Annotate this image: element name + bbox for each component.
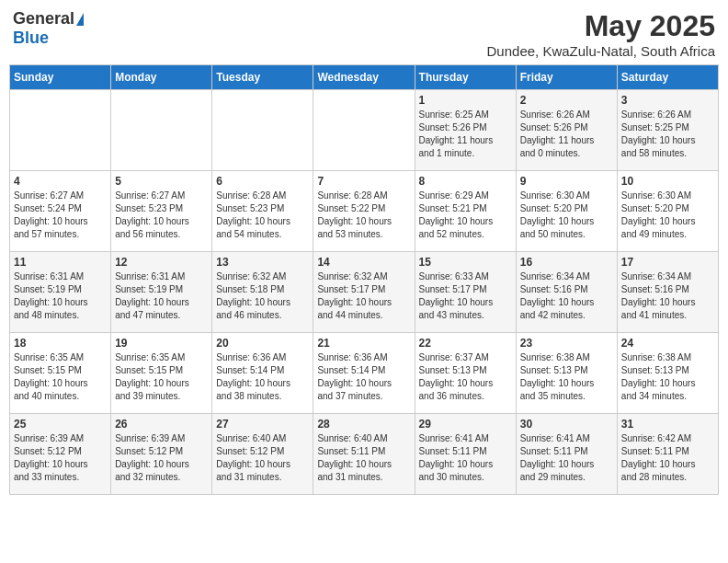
day-number: 27: [216, 418, 309, 431]
logo-triangle-icon: [76, 13, 84, 26]
day-number: 29: [419, 418, 512, 431]
calendar-cell: [111, 90, 212, 171]
day-info: Sunrise: 6:31 AM Sunset: 5:19 PM Dayligh…: [115, 270, 208, 322]
day-info: Sunrise: 6:31 AM Sunset: 5:19 PM Dayligh…: [14, 270, 107, 322]
day-info: Sunrise: 6:40 AM Sunset: 5:12 PM Dayligh…: [216, 432, 309, 484]
day-info: Sunrise: 6:37 AM Sunset: 5:13 PM Dayligh…: [419, 351, 512, 403]
calendar-cell: 24Sunrise: 6:38 AM Sunset: 5:13 PM Dayli…: [617, 333, 718, 414]
day-info: Sunrise: 6:30 AM Sunset: 5:20 PM Dayligh…: [520, 190, 613, 241]
calendar-cell: 31Sunrise: 6:42 AM Sunset: 5:11 PM Dayli…: [617, 414, 718, 495]
day-number: 10: [621, 175, 714, 188]
header-monday: Monday: [111, 65, 212, 90]
calendar-header-row: SundayMondayTuesdayWednesdayThursdayFrid…: [10, 65, 719, 90]
day-number: 31: [621, 418, 714, 431]
day-info: Sunrise: 6:30 AM Sunset: 5:20 PM Dayligh…: [621, 190, 714, 241]
day-number: 4: [14, 175, 107, 188]
day-info: Sunrise: 6:26 AM Sunset: 5:25 PM Dayligh…: [621, 109, 714, 160]
day-number: 15: [419, 256, 512, 269]
calendar-cell: [212, 90, 313, 171]
calendar-title: May 2025: [487, 9, 715, 43]
calendar-cell: 10Sunrise: 6:30 AM Sunset: 5:20 PM Dayli…: [617, 171, 718, 252]
header-wednesday: Wednesday: [313, 65, 415, 90]
day-number: 2: [520, 94, 613, 107]
calendar-cell: 16Sunrise: 6:34 AM Sunset: 5:16 PM Dayli…: [516, 252, 617, 333]
week-row-4: 18Sunrise: 6:35 AM Sunset: 5:15 PM Dayli…: [10, 333, 719, 414]
day-info: Sunrise: 6:29 AM Sunset: 5:21 PM Dayligh…: [419, 190, 512, 241]
day-number: 8: [419, 175, 512, 188]
calendar-cell: 26Sunrise: 6:39 AM Sunset: 5:12 PM Dayli…: [111, 414, 212, 495]
calendar-cell: 20Sunrise: 6:36 AM Sunset: 5:14 PM Dayli…: [212, 333, 313, 414]
calendar-cell: 11Sunrise: 6:31 AM Sunset: 5:19 PM Dayli…: [10, 252, 111, 333]
logo-general-text: General: [13, 9, 74, 29]
calendar-cell: [313, 90, 415, 171]
header-tuesday: Tuesday: [212, 65, 313, 90]
calendar-cell: 9Sunrise: 6:30 AM Sunset: 5:20 PM Daylig…: [516, 171, 617, 252]
day-number: 22: [419, 337, 512, 350]
header-friday: Friday: [516, 65, 617, 90]
header: General Blue May 2025 Dundee, KwaZulu-Na…: [9, 9, 719, 59]
day-info: Sunrise: 6:35 AM Sunset: 5:15 PM Dayligh…: [14, 351, 107, 403]
day-number: 26: [115, 418, 208, 431]
calendar-cell: 12Sunrise: 6:31 AM Sunset: 5:19 PM Dayli…: [111, 252, 212, 333]
day-number: 30: [520, 418, 613, 431]
day-info: Sunrise: 6:41 AM Sunset: 5:11 PM Dayligh…: [520, 432, 613, 484]
day-info: Sunrise: 6:34 AM Sunset: 5:16 PM Dayligh…: [621, 270, 714, 322]
day-info: Sunrise: 6:38 AM Sunset: 5:13 PM Dayligh…: [520, 351, 613, 403]
day-info: Sunrise: 6:35 AM Sunset: 5:15 PM Dayligh…: [115, 351, 208, 403]
day-number: 23: [520, 337, 613, 350]
calendar-cell: 25Sunrise: 6:39 AM Sunset: 5:12 PM Dayli…: [10, 414, 111, 495]
calendar-cell: 4Sunrise: 6:27 AM Sunset: 5:24 PM Daylig…: [10, 171, 111, 252]
week-row-2: 4Sunrise: 6:27 AM Sunset: 5:24 PM Daylig…: [10, 171, 719, 252]
day-info: Sunrise: 6:38 AM Sunset: 5:13 PM Dayligh…: [621, 351, 714, 403]
day-info: Sunrise: 6:39 AM Sunset: 5:12 PM Dayligh…: [14, 432, 107, 484]
day-number: 14: [317, 256, 410, 269]
header-thursday: Thursday: [415, 65, 516, 90]
day-number: 7: [317, 175, 410, 188]
day-number: 9: [520, 175, 613, 188]
calendar-cell: 27Sunrise: 6:40 AM Sunset: 5:12 PM Dayli…: [212, 414, 313, 495]
day-number: 1: [419, 94, 512, 107]
day-info: Sunrise: 6:40 AM Sunset: 5:11 PM Dayligh…: [317, 432, 410, 484]
calendar-cell: 6Sunrise: 6:28 AM Sunset: 5:23 PM Daylig…: [212, 171, 313, 252]
day-number: 13: [216, 256, 309, 269]
day-number: 28: [317, 418, 410, 431]
header-saturday: Saturday: [617, 65, 718, 90]
calendar-cell: 5Sunrise: 6:27 AM Sunset: 5:23 PM Daylig…: [111, 171, 212, 252]
logo: General Blue: [13, 9, 84, 48]
calendar-subtitle: Dundee, KwaZulu-Natal, South Africa: [487, 43, 715, 59]
calendar-cell: 7Sunrise: 6:28 AM Sunset: 5:22 PM Daylig…: [313, 171, 415, 252]
day-info: Sunrise: 6:42 AM Sunset: 5:11 PM Dayligh…: [621, 432, 714, 484]
day-info: Sunrise: 6:27 AM Sunset: 5:23 PM Dayligh…: [115, 190, 208, 241]
calendar-cell: 28Sunrise: 6:40 AM Sunset: 5:11 PM Dayli…: [313, 414, 415, 495]
calendar-cell: 22Sunrise: 6:37 AM Sunset: 5:13 PM Dayli…: [415, 333, 516, 414]
day-number: 11: [14, 256, 107, 269]
calendar-cell: 15Sunrise: 6:33 AM Sunset: 5:17 PM Dayli…: [415, 252, 516, 333]
calendar-cell: 8Sunrise: 6:29 AM Sunset: 5:21 PM Daylig…: [415, 171, 516, 252]
day-info: Sunrise: 6:32 AM Sunset: 5:17 PM Dayligh…: [317, 270, 410, 322]
day-number: 5: [115, 175, 208, 188]
header-sunday: Sunday: [10, 65, 111, 90]
day-number: 20: [216, 337, 309, 350]
calendar-cell: 18Sunrise: 6:35 AM Sunset: 5:15 PM Dayli…: [10, 333, 111, 414]
calendar-cell: 1Sunrise: 6:25 AM Sunset: 5:26 PM Daylig…: [415, 90, 516, 171]
day-info: Sunrise: 6:41 AM Sunset: 5:11 PM Dayligh…: [419, 432, 512, 484]
day-number: 24: [621, 337, 714, 350]
week-row-3: 11Sunrise: 6:31 AM Sunset: 5:19 PM Dayli…: [10, 252, 719, 333]
title-area: May 2025 Dundee, KwaZulu-Natal, South Af…: [487, 9, 715, 59]
day-info: Sunrise: 6:34 AM Sunset: 5:16 PM Dayligh…: [520, 270, 613, 322]
logo-blue-text: Blue: [13, 29, 49, 47]
calendar-cell: 17Sunrise: 6:34 AM Sunset: 5:16 PM Dayli…: [617, 252, 718, 333]
calendar-cell: 29Sunrise: 6:41 AM Sunset: 5:11 PM Dayli…: [415, 414, 516, 495]
day-number: 12: [115, 256, 208, 269]
day-info: Sunrise: 6:36 AM Sunset: 5:14 PM Dayligh…: [317, 351, 410, 403]
day-number: 6: [216, 175, 309, 188]
day-info: Sunrise: 6:36 AM Sunset: 5:14 PM Dayligh…: [216, 351, 309, 403]
calendar-cell: 21Sunrise: 6:36 AM Sunset: 5:14 PM Dayli…: [313, 333, 415, 414]
week-row-5: 25Sunrise: 6:39 AM Sunset: 5:12 PM Dayli…: [10, 414, 719, 495]
day-number: 21: [317, 337, 410, 350]
day-info: Sunrise: 6:26 AM Sunset: 5:26 PM Dayligh…: [520, 109, 613, 160]
day-info: Sunrise: 6:28 AM Sunset: 5:23 PM Dayligh…: [216, 190, 309, 241]
day-info: Sunrise: 6:32 AM Sunset: 5:18 PM Dayligh…: [216, 270, 309, 322]
week-row-1: 1Sunrise: 6:25 AM Sunset: 5:26 PM Daylig…: [10, 90, 719, 171]
day-info: Sunrise: 6:33 AM Sunset: 5:17 PM Dayligh…: [419, 270, 512, 322]
